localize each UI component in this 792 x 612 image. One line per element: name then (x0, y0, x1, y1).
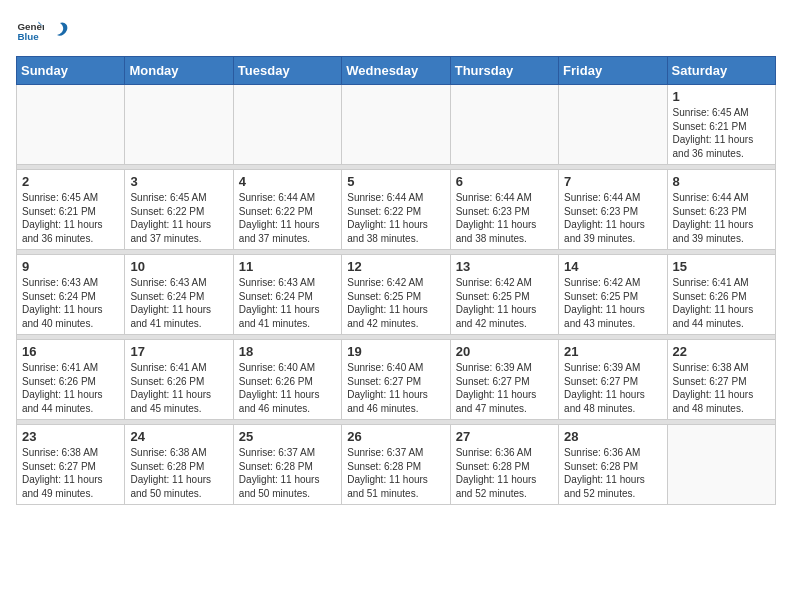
day-info: Sunrise: 6:45 AMSunset: 6:21 PMDaylight:… (673, 106, 770, 160)
calendar-cell: 17Sunrise: 6:41 AMSunset: 6:26 PMDayligh… (125, 340, 233, 420)
calendar-week-row: 1Sunrise: 6:45 AMSunset: 6:21 PMDaylight… (17, 85, 776, 165)
calendar-cell: 13Sunrise: 6:42 AMSunset: 6:25 PMDayligh… (450, 255, 558, 335)
day-number: 21 (564, 344, 661, 359)
calendar-week-row: 2Sunrise: 6:45 AMSunset: 6:21 PMDaylight… (17, 170, 776, 250)
calendar-cell: 25Sunrise: 6:37 AMSunset: 6:28 PMDayligh… (233, 425, 341, 505)
day-info: Sunrise: 6:40 AMSunset: 6:27 PMDaylight:… (347, 361, 444, 415)
day-info: Sunrise: 6:45 AMSunset: 6:21 PMDaylight:… (22, 191, 119, 245)
calendar-cell: 28Sunrise: 6:36 AMSunset: 6:28 PMDayligh… (559, 425, 667, 505)
day-info: Sunrise: 6:44 AMSunset: 6:23 PMDaylight:… (456, 191, 553, 245)
day-number: 22 (673, 344, 770, 359)
calendar-cell: 23Sunrise: 6:38 AMSunset: 6:27 PMDayligh… (17, 425, 125, 505)
day-info: Sunrise: 6:41 AMSunset: 6:26 PMDaylight:… (130, 361, 227, 415)
calendar-week-row: 16Sunrise: 6:41 AMSunset: 6:26 PMDayligh… (17, 340, 776, 420)
calendar-cell: 12Sunrise: 6:42 AMSunset: 6:25 PMDayligh… (342, 255, 450, 335)
day-info: Sunrise: 6:42 AMSunset: 6:25 PMDaylight:… (456, 276, 553, 330)
day-info: Sunrise: 6:44 AMSunset: 6:23 PMDaylight:… (564, 191, 661, 245)
header-monday: Monday (125, 57, 233, 85)
calendar-cell: 15Sunrise: 6:41 AMSunset: 6:26 PMDayligh… (667, 255, 775, 335)
calendar-cell: 24Sunrise: 6:38 AMSunset: 6:28 PMDayligh… (125, 425, 233, 505)
day-number: 7 (564, 174, 661, 189)
calendar-cell: 16Sunrise: 6:41 AMSunset: 6:26 PMDayligh… (17, 340, 125, 420)
day-info: Sunrise: 6:38 AMSunset: 6:27 PMDaylight:… (673, 361, 770, 415)
day-info: Sunrise: 6:37 AMSunset: 6:28 PMDaylight:… (347, 446, 444, 500)
calendar-cell: 11Sunrise: 6:43 AMSunset: 6:24 PMDayligh… (233, 255, 341, 335)
day-number: 23 (22, 429, 119, 444)
calendar-cell: 14Sunrise: 6:42 AMSunset: 6:25 PMDayligh… (559, 255, 667, 335)
day-number: 13 (456, 259, 553, 274)
day-info: Sunrise: 6:43 AMSunset: 6:24 PMDaylight:… (22, 276, 119, 330)
day-number: 28 (564, 429, 661, 444)
calendar-cell: 22Sunrise: 6:38 AMSunset: 6:27 PMDayligh… (667, 340, 775, 420)
header-tuesday: Tuesday (233, 57, 341, 85)
calendar-cell: 4Sunrise: 6:44 AMSunset: 6:22 PMDaylight… (233, 170, 341, 250)
day-info: Sunrise: 6:39 AMSunset: 6:27 PMDaylight:… (456, 361, 553, 415)
day-number: 8 (673, 174, 770, 189)
day-number: 4 (239, 174, 336, 189)
calendar-cell: 8Sunrise: 6:44 AMSunset: 6:23 PMDaylight… (667, 170, 775, 250)
svg-text:Blue: Blue (17, 31, 39, 42)
day-number: 17 (130, 344, 227, 359)
day-number: 5 (347, 174, 444, 189)
calendar-cell (233, 85, 341, 165)
day-info: Sunrise: 6:43 AMSunset: 6:24 PMDaylight:… (239, 276, 336, 330)
calendar-cell: 21Sunrise: 6:39 AMSunset: 6:27 PMDayligh… (559, 340, 667, 420)
header-friday: Friday (559, 57, 667, 85)
header-saturday: Saturday (667, 57, 775, 85)
day-info: Sunrise: 6:43 AMSunset: 6:24 PMDaylight:… (130, 276, 227, 330)
logo-bird-icon (49, 19, 71, 41)
day-number: 26 (347, 429, 444, 444)
day-info: Sunrise: 6:44 AMSunset: 6:23 PMDaylight:… (673, 191, 770, 245)
day-number: 20 (456, 344, 553, 359)
day-number: 1 (673, 89, 770, 104)
calendar-cell: 6Sunrise: 6:44 AMSunset: 6:23 PMDaylight… (450, 170, 558, 250)
calendar-cell: 19Sunrise: 6:40 AMSunset: 6:27 PMDayligh… (342, 340, 450, 420)
header-sunday: Sunday (17, 57, 125, 85)
calendar-cell: 9Sunrise: 6:43 AMSunset: 6:24 PMDaylight… (17, 255, 125, 335)
calendar-cell (17, 85, 125, 165)
day-info: Sunrise: 6:36 AMSunset: 6:28 PMDaylight:… (456, 446, 553, 500)
calendar-cell (450, 85, 558, 165)
day-info: Sunrise: 6:42 AMSunset: 6:25 PMDaylight:… (347, 276, 444, 330)
day-number: 10 (130, 259, 227, 274)
day-info: Sunrise: 6:37 AMSunset: 6:28 PMDaylight:… (239, 446, 336, 500)
calendar-table: SundayMondayTuesdayWednesdayThursdayFrid… (16, 56, 776, 505)
header-thursday: Thursday (450, 57, 558, 85)
calendar-cell (667, 425, 775, 505)
calendar-cell (125, 85, 233, 165)
day-number: 27 (456, 429, 553, 444)
day-info: Sunrise: 6:45 AMSunset: 6:22 PMDaylight:… (130, 191, 227, 245)
calendar-cell: 20Sunrise: 6:39 AMSunset: 6:27 PMDayligh… (450, 340, 558, 420)
day-number: 6 (456, 174, 553, 189)
calendar-cell (342, 85, 450, 165)
day-number: 16 (22, 344, 119, 359)
day-info: Sunrise: 6:44 AMSunset: 6:22 PMDaylight:… (239, 191, 336, 245)
day-info: Sunrise: 6:36 AMSunset: 6:28 PMDaylight:… (564, 446, 661, 500)
calendar-cell: 5Sunrise: 6:44 AMSunset: 6:22 PMDaylight… (342, 170, 450, 250)
calendar-cell: 3Sunrise: 6:45 AMSunset: 6:22 PMDaylight… (125, 170, 233, 250)
day-number: 19 (347, 344, 444, 359)
logo: General Blue (16, 16, 72, 44)
day-number: 2 (22, 174, 119, 189)
day-number: 25 (239, 429, 336, 444)
day-number: 15 (673, 259, 770, 274)
day-info: Sunrise: 6:41 AMSunset: 6:26 PMDaylight:… (673, 276, 770, 330)
day-number: 3 (130, 174, 227, 189)
day-info: Sunrise: 6:42 AMSunset: 6:25 PMDaylight:… (564, 276, 661, 330)
calendar-cell (559, 85, 667, 165)
calendar-cell: 10Sunrise: 6:43 AMSunset: 6:24 PMDayligh… (125, 255, 233, 335)
day-number: 11 (239, 259, 336, 274)
day-info: Sunrise: 6:40 AMSunset: 6:26 PMDaylight:… (239, 361, 336, 415)
calendar-cell: 1Sunrise: 6:45 AMSunset: 6:21 PMDaylight… (667, 85, 775, 165)
day-number: 12 (347, 259, 444, 274)
calendar-cell: 2Sunrise: 6:45 AMSunset: 6:21 PMDaylight… (17, 170, 125, 250)
calendar-week-row: 9Sunrise: 6:43 AMSunset: 6:24 PMDaylight… (17, 255, 776, 335)
page-header: General Blue (16, 16, 776, 44)
calendar-cell: 18Sunrise: 6:40 AMSunset: 6:26 PMDayligh… (233, 340, 341, 420)
day-number: 24 (130, 429, 227, 444)
day-info: Sunrise: 6:38 AMSunset: 6:27 PMDaylight:… (22, 446, 119, 500)
calendar-cell: 7Sunrise: 6:44 AMSunset: 6:23 PMDaylight… (559, 170, 667, 250)
header-wednesday: Wednesday (342, 57, 450, 85)
day-number: 18 (239, 344, 336, 359)
calendar-header-row: SundayMondayTuesdayWednesdayThursdayFrid… (17, 57, 776, 85)
